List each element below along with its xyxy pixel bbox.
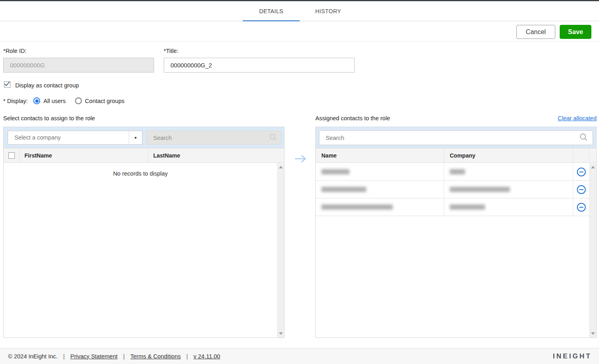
redacted-text bbox=[450, 169, 465, 174]
right-search-input[interactable] bbox=[319, 131, 593, 145]
privacy-statement-link[interactable]: Privacy Statement bbox=[70, 353, 118, 360]
radio-contact-groups[interactable] bbox=[75, 97, 82, 104]
radio-all-users-label: All users bbox=[43, 98, 66, 104]
display-as-contact-group-checkbox[interactable] bbox=[4, 81, 10, 88]
divider: | bbox=[123, 353, 125, 360]
radio-contact-groups-label: Contact groups bbox=[85, 98, 124, 104]
radio-all-users[interactable] bbox=[33, 97, 40, 104]
scroll-down-icon[interactable] bbox=[279, 332, 283, 335]
role-id-field[interactable] bbox=[3, 58, 154, 73]
redacted-text bbox=[321, 169, 349, 174]
display-as-contact-group-label: Display as contact group bbox=[15, 82, 79, 89]
version-link[interactable]: v 24.11.00 bbox=[193, 353, 220, 360]
tab-bar: DETAILS HISTORY bbox=[0, 1, 599, 21]
transfer-arrow-icon bbox=[294, 154, 307, 165]
name-cell bbox=[316, 198, 444, 216]
title-field[interactable] bbox=[164, 58, 355, 73]
search-icon bbox=[579, 133, 588, 143]
remove-contact-button[interactable] bbox=[577, 168, 586, 176]
right-search-box bbox=[319, 130, 593, 145]
table-row[interactable] bbox=[316, 181, 589, 198]
right-grid-body bbox=[316, 163, 596, 338]
left-grid-header: FirstName LastName bbox=[4, 148, 284, 163]
left-grid-body: No records to display bbox=[4, 163, 284, 338]
checkmark-icon bbox=[4, 80, 10, 86]
table-row[interactable] bbox=[316, 198, 589, 216]
copyright-text: © 2024 InEight Inc. bbox=[8, 353, 58, 360]
column-header-firstname[interactable]: FirstName bbox=[20, 148, 148, 162]
column-header-name[interactable]: Name bbox=[316, 148, 444, 162]
divider: | bbox=[187, 353, 188, 360]
column-header-remove bbox=[573, 148, 589, 162]
redacted-text bbox=[450, 187, 510, 192]
scroll-up-icon[interactable] bbox=[591, 166, 595, 168]
company-cell bbox=[444, 163, 573, 180]
role-id-label: *Role ID: bbox=[3, 48, 26, 54]
ineight-logo: INEIGHT bbox=[553, 348, 592, 364]
divider: | bbox=[63, 353, 65, 360]
right-scrollbar[interactable] bbox=[589, 163, 596, 338]
redacted-text bbox=[321, 204, 393, 210]
empty-message: No records to display bbox=[4, 170, 277, 177]
search-icon bbox=[269, 133, 277, 142]
company-cell bbox=[444, 181, 573, 198]
redacted-text bbox=[321, 187, 366, 192]
footer: © 2024 InEight Inc. | Privacy Statement … bbox=[0, 348, 599, 364]
remove-contact-button[interactable] bbox=[577, 185, 586, 194]
left-search-input[interactable] bbox=[147, 131, 281, 144]
redacted-text bbox=[450, 204, 485, 210]
tab-details[interactable]: DETAILS bbox=[243, 1, 300, 21]
name-cell bbox=[316, 163, 444, 180]
right-panel-heading: Assigned contacts to the role bbox=[315, 115, 390, 121]
terms-conditions-link[interactable]: Terms & Conditions bbox=[130, 353, 181, 360]
tab-history[interactable]: HISTORY bbox=[300, 1, 357, 21]
left-search-box bbox=[146, 131, 281, 145]
save-button[interactable]: Save bbox=[560, 25, 591, 39]
available-contacts-panel: Select a company ▼ FirstName LastName No… bbox=[3, 127, 284, 338]
left-scrollbar[interactable] bbox=[277, 163, 284, 338]
scroll-down-icon[interactable] bbox=[591, 332, 595, 335]
page: DETAILS HISTORY Cancel Save *Role ID: *T… bbox=[0, 0, 599, 364]
cancel-button[interactable]: Cancel bbox=[516, 25, 555, 39]
company-dropdown-placeholder: Select a company bbox=[14, 131, 61, 144]
chevron-down-icon[interactable]: ▼ bbox=[129, 131, 142, 144]
clear-allocated-link[interactable]: Clear allocated bbox=[558, 115, 597, 121]
display-radio-group: * Display: All users Contact groups bbox=[3, 97, 124, 104]
scroll-up-icon[interactable] bbox=[279, 166, 283, 168]
name-cell bbox=[316, 181, 444, 198]
title-label: *Title: bbox=[164, 48, 179, 54]
company-dropdown[interactable]: Select a company ▼ bbox=[8, 131, 142, 145]
company-cell bbox=[444, 198, 573, 216]
right-toolbar bbox=[316, 127, 596, 148]
right-grid-header: Name Company bbox=[316, 148, 596, 163]
assigned-contacts-panel: Name Company bbox=[315, 127, 597, 338]
column-header-company[interactable]: Company bbox=[444, 148, 573, 162]
table-row[interactable] bbox=[316, 163, 589, 181]
left-toolbar: Select a company ▼ bbox=[4, 127, 284, 148]
display-label: * Display: bbox=[3, 98, 28, 104]
action-bar: Cancel Save bbox=[0, 21, 599, 42]
remove-contact-button[interactable] bbox=[577, 203, 586, 212]
select-all-checkbox[interactable] bbox=[8, 152, 15, 159]
left-panel-heading: Select contacts to assign to the role bbox=[3, 115, 95, 121]
column-header-lastname[interactable]: LastName bbox=[148, 148, 277, 162]
